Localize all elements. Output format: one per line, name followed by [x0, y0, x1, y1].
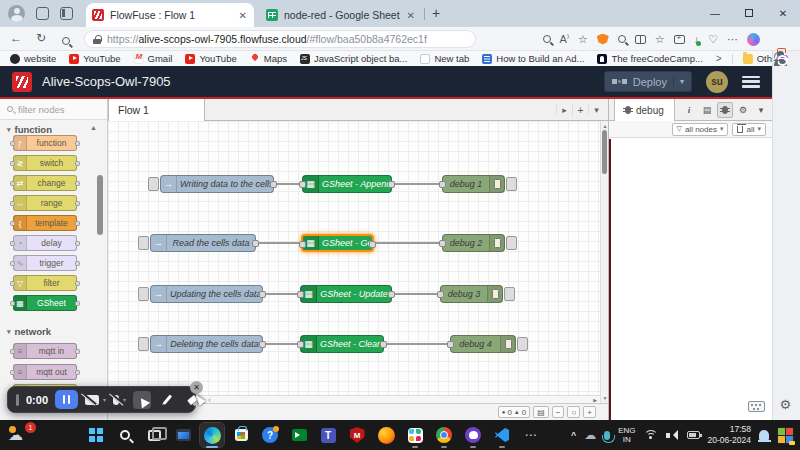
zoom-in-button[interactable]: + [583, 406, 596, 418]
zoom-icon[interactable] [543, 33, 551, 45]
deploy-button[interactable]: Deploy ▾ [604, 71, 692, 92]
refresh-icon[interactable]: ↻ [36, 31, 46, 45]
settings-menu-icon[interactable]: ⋯ [727, 33, 738, 46]
tab-debug[interactable]: debug [614, 99, 675, 121]
cursor-tool-button[interactable] [133, 391, 151, 409]
palette-scrollbar[interactable] [97, 175, 103, 235]
weather-widget[interactable]: ☁ 1 [8, 424, 34, 446]
language-indicator[interactable]: ENGIN [618, 426, 635, 444]
tab-scroll-icon[interactable]: ▸ [556, 105, 572, 115]
info-tab-icon[interactable]: i [681, 102, 697, 118]
bookmark-maps[interactable]: Maps [250, 53, 287, 64]
collapse-toolbar-icon[interactable]: ‹ [208, 395, 211, 405]
palette-node-mqtt-in[interactable]: ≡mqtt in [13, 343, 77, 359]
copilot-icon[interactable] [747, 33, 760, 46]
debug-node[interactable]: debug 2 [442, 234, 517, 252]
clear-messages-button[interactable]: all ▾ [732, 123, 766, 136]
volume-icon[interactable] [666, 430, 679, 440]
browser-essentials-icon[interactable]: ♡ [708, 33, 718, 46]
get-help-app-icon[interactable]: ? [258, 423, 282, 447]
bookmark-youtube[interactable]: YouTube [69, 53, 120, 64]
wifi-icon[interactable] [644, 430, 658, 440]
browser-tab-flowfuse[interactable]: FlowFuse : Flow 1 ✕ [86, 3, 254, 27]
gsheet-node[interactable]: ▦ GSheet - Append [302, 175, 392, 193]
output-port[interactable] [380, 341, 387, 348]
back-icon[interactable]: ← [10, 31, 22, 45]
widgets-monitor-icon[interactable] [171, 423, 195, 447]
output-port[interactable] [252, 240, 259, 247]
pause-button[interactable] [55, 390, 78, 409]
mic-off-icon[interactable] [113, 395, 119, 405]
input-port[interactable] [437, 291, 444, 298]
store-app-icon[interactable] [229, 423, 253, 447]
tab-close-icon[interactable]: ✕ [407, 10, 415, 21]
taskbar-search-icon[interactable] [113, 423, 137, 447]
input-port[interactable] [297, 291, 304, 298]
recorder-app-icon[interactable] [777, 427, 794, 444]
mic-tray-icon[interactable] [604, 431, 610, 440]
palette-node-switch[interactable]: ≷switch [13, 155, 77, 171]
palette-node-range[interactable]: ↔range [13, 195, 77, 211]
bookmark-youtube-2[interactable]: YouTube [185, 53, 236, 64]
gsheet-node[interactable]: ▦ GSheet - Update [300, 285, 392, 303]
help-tab-icon[interactable]: ▤ [699, 102, 715, 118]
start-button[interactable] [84, 423, 108, 447]
debug-toggle-button[interactable] [506, 177, 517, 191]
vscode-app-icon[interactable] [490, 423, 514, 447]
sidebar-settings-icon[interactable]: ⚙ [780, 397, 795, 412]
address-bar[interactable]: https://alive-scops-owl-7905.flowfuse.cl… [84, 30, 476, 48]
palette-category-network[interactable]: ▾ network [0, 325, 107, 338]
bookmark-website[interactable]: website [10, 53, 56, 64]
debug-toggle-button[interactable] [504, 287, 515, 301]
split-screen-icon[interactable] [635, 35, 646, 44]
hidden-icons-chevron[interactable]: ^ [571, 430, 576, 440]
add-flow-button[interactable]: + [572, 104, 588, 116]
inject-node[interactable]: → Updating the cells data [138, 285, 263, 303]
sidebar-menu-icon[interactable]: ▾ [753, 102, 769, 118]
bookmark-gmail[interactable]: Gmail [134, 53, 173, 64]
metamask-icon[interactable] [597, 34, 609, 45]
bookmark-how-to-build[interactable]: How to Build an Ad... [482, 53, 584, 64]
input-port[interactable] [439, 240, 446, 247]
add-sidebar-item-icon[interactable]: + [773, 52, 781, 68]
debug-toggle-button[interactable] [506, 236, 517, 250]
slack-app-icon[interactable] [403, 423, 427, 447]
favorite-star-icon[interactable]: ☆ [578, 33, 588, 46]
debug-toggle-button[interactable] [517, 337, 528, 351]
palette-node-delay[interactable]: ◔delay [13, 235, 77, 251]
camera-off-icon[interactable] [85, 395, 99, 405]
read-aloud-icon[interactable]: A) [560, 33, 569, 45]
palette-node-mqtt-out[interactable]: ≡mqtt out [13, 364, 77, 380]
vertical-scrollbar[interactable]: ▲ ▼ [600, 121, 608, 403]
palette-node-filter[interactable]: ▽filter [13, 275, 77, 291]
extension-icon[interactable] [618, 33, 626, 45]
output-port[interactable] [388, 291, 395, 298]
firefox-app-icon[interactable] [374, 423, 398, 447]
palette-node-trigger[interactable]: ∿trigger [13, 255, 77, 271]
input-port[interactable] [447, 341, 454, 348]
close-button[interactable]: ✕ [766, 8, 800, 19]
bookmark-new-tab[interactable]: New tab [420, 53, 469, 64]
tab-close-icon[interactable]: ✕ [239, 10, 247, 21]
edge-app-icon[interactable] [200, 423, 224, 447]
mcafee-app-icon[interactable]: M [345, 423, 369, 447]
config-tab-icon[interactable]: ⚙ [735, 102, 751, 118]
flow-canvas[interactable]: → Writing data to the cells ▦ GSheet - A… [108, 121, 600, 395]
output-port[interactable] [388, 181, 395, 188]
output-port[interactable] [259, 291, 266, 298]
minimize-button[interactable]: — [698, 8, 732, 19]
inject-node[interactable]: → Read the cells data [138, 234, 256, 252]
notices-counter[interactable]: ●0 ▲0 [498, 406, 530, 418]
debug-tab-icon[interactable] [717, 102, 733, 118]
output-port[interactable] [369, 241, 376, 248]
browser-tab-sheets[interactable]: node-red - Google Sheets ✕ [260, 3, 422, 27]
deploy-dropdown-icon[interactable]: ▾ [673, 77, 684, 86]
palette-node-gsheet[interactable]: ▦GSheet [13, 295, 77, 311]
vertical-tabs-icon[interactable] [60, 7, 73, 20]
output-port[interactable] [270, 181, 277, 188]
collections-icon[interactable] [674, 35, 685, 44]
user-avatar[interactable]: su [706, 71, 728, 93]
debug-messages-area[interactable] [609, 139, 772, 420]
github-app-icon[interactable] [461, 423, 485, 447]
main-menu-icon[interactable] [742, 76, 760, 88]
